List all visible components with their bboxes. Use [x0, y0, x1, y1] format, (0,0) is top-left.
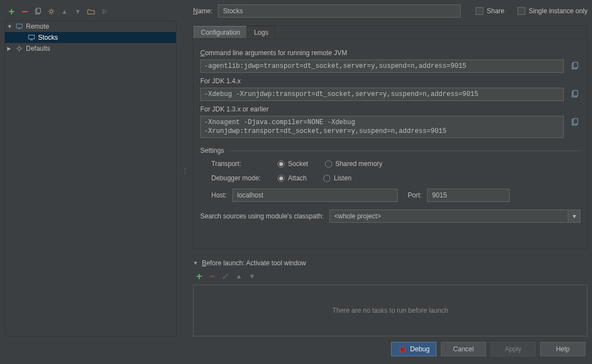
tree-node-stocks[interactable]: Stocks — [5, 32, 176, 43]
edit-icon[interactable] — [221, 271, 231, 281]
help-button[interactable]: Help — [540, 342, 585, 356]
debug-button[interactable]: 🐞 Debug — [391, 342, 436, 356]
jdk13-field[interactable]: -Xnoagent -Djava.compiler=NONE -Xdebug -… — [200, 116, 564, 138]
split-gutter[interactable]: ⋮ — [183, 4, 186, 336]
copy-icon[interactable] — [569, 116, 580, 127]
svg-rect-7 — [573, 62, 578, 68]
classpath-value: <whole project> — [334, 212, 381, 220]
jdk13-label: For JDK 1.3.x or earlier — [200, 105, 580, 113]
transport-socket-radio[interactable]: Socket — [278, 160, 308, 168]
twisty-down-icon: ▼ — [193, 260, 199, 266]
settings-icon[interactable] — [46, 7, 56, 17]
port-input[interactable] — [427, 189, 510, 202]
before-launch-list: There are no tasks to run before launch — [193, 285, 588, 336]
tabs: Configuration Logs — [194, 26, 587, 39]
empty-text: There are no tasks to run before launch — [332, 307, 448, 314]
transport-label: Transport: — [211, 160, 266, 168]
add-icon[interactable]: + — [194, 271, 204, 281]
svg-point-2 — [50, 10, 52, 13]
tree-label: Stocks — [38, 34, 58, 41]
add-icon[interactable]: + — [7, 7, 17, 17]
cmd-args-label: Command line arguments for running remot… — [200, 49, 580, 57]
tree-label: Defaults — [26, 45, 50, 52]
remote-icon — [27, 33, 36, 42]
svg-point-5 — [18, 47, 20, 50]
config-toolbar: + − ▲ ▼ — [4, 4, 177, 19]
classpath-label: Search sources using module's classpath: — [200, 212, 324, 220]
before-launch-toolbar: + − ▲ ▼ — [193, 271, 588, 281]
copy-icon[interactable] — [33, 7, 43, 17]
up-icon[interactable]: ▲ — [234, 271, 244, 281]
debugger-mode-label: Debugger mode: — [211, 174, 266, 182]
chevron-down-icon: ▾ — [568, 210, 580, 222]
debugger-attach-radio[interactable]: Attach — [278, 174, 307, 182]
transport-shared-radio[interactable]: Shared memory — [325, 160, 382, 168]
single-instance-label: Single instance only — [529, 7, 588, 15]
svg-rect-3 — [17, 24, 23, 28]
tree-label: Remote — [26, 23, 49, 30]
name-label: Name: — [193, 7, 212, 15]
divider — [228, 151, 580, 151]
jdk14-field[interactable]: -Xdebug -Xrunjdwp:transport=dt_socket,se… — [200, 88, 564, 101]
settings-header: Settings — [200, 147, 224, 154]
config-tree: ▼ Remote Stocks ▶ Defaults — [4, 20, 177, 336]
share-label: Share — [487, 7, 504, 15]
remote-icon — [15, 22, 24, 31]
name-input[interactable] — [218, 4, 461, 18]
debugger-listen-radio[interactable]: Listen — [323, 174, 351, 182]
host-label: Host: — [211, 191, 227, 199]
svg-rect-4 — [29, 35, 35, 39]
before-launch-header[interactable]: ▼ Before launch: Activate tool window — [193, 259, 588, 267]
tab-logs[interactable]: Logs — [247, 26, 275, 39]
collapse-icon[interactable] — [99, 7, 109, 17]
remove-icon[interactable]: − — [20, 7, 30, 17]
remove-icon[interactable]: − — [207, 271, 217, 281]
bug-icon: 🐞 — [398, 345, 407, 354]
folder-icon[interactable] — [86, 7, 96, 17]
copy-icon[interactable] — [569, 88, 580, 99]
svg-rect-11 — [573, 119, 578, 124]
single-instance-checkbox[interactable] — [518, 7, 525, 15]
down-icon[interactable]: ▼ — [247, 271, 257, 281]
share-checkbox[interactable] — [476, 7, 483, 15]
jdk14-label: For JDK 1.4.x — [200, 77, 580, 85]
port-label: Port: — [408, 191, 422, 199]
tree-node-defaults[interactable]: ▶ Defaults — [5, 43, 176, 54]
up-icon[interactable]: ▲ — [60, 7, 70, 17]
twisty-down-icon: ▼ — [7, 24, 13, 29]
classpath-select[interactable]: <whole project> ▾ — [329, 210, 580, 223]
host-input[interactable] — [232, 189, 398, 202]
apply-button: Apply — [490, 342, 536, 356]
svg-rect-9 — [573, 90, 578, 96]
cmd-args-field[interactable]: -agentlib:jdwp=transport=dt_socket,serve… — [200, 60, 564, 73]
tab-configuration[interactable]: Configuration — [194, 26, 247, 39]
tree-node-remote[interactable]: ▼ Remote — [5, 21, 176, 32]
down-icon[interactable]: ▼ — [73, 7, 83, 17]
copy-icon[interactable] — [569, 60, 580, 71]
cancel-button[interactable]: Cancel — [441, 342, 486, 356]
twisty-right-icon: ▶ — [7, 46, 13, 51]
dialog-buttons: 🐞 Debug Cancel Apply Help — [0, 336, 592, 364]
gear-icon — [15, 44, 24, 53]
svg-rect-1 — [36, 8, 40, 13]
